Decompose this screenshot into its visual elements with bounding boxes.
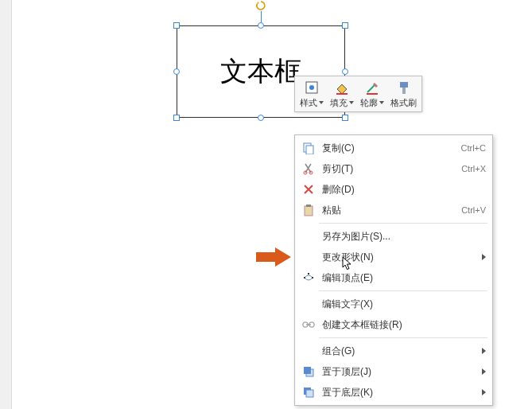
format-painter-icon (396, 80, 412, 95)
fill-button[interactable]: 填充 (327, 78, 357, 110)
menu-shortcut: Ctrl+C (461, 143, 486, 153)
resize-handle-br[interactable] (342, 115, 348, 121)
resize-handle-r[interactable] (342, 68, 348, 75)
cut-icon (300, 161, 317, 177)
mouse-cursor (342, 256, 352, 271)
svg-rect-7 (306, 146, 313, 154)
pointer-arrow (256, 247, 291, 267)
style-button[interactable]: 样式 (297, 78, 327, 110)
svg-rect-12 (304, 277, 305, 279)
blank-icon (300, 343, 317, 359)
context-menu: 复制(C) Ctrl+C 剪切(T) Ctrl+X 删除(D) 粘贴 Ctrl+… (294, 134, 493, 406)
submenu-arrow-icon (482, 254, 486, 260)
menu-create-link[interactable]: 创建文本框链接(R) (295, 314, 492, 335)
blank-icon (300, 228, 317, 244)
rotate-handle[interactable] (255, 0, 266, 11)
menu-change-shape[interactable]: 更改形状(N) (295, 247, 492, 267)
svg-rect-5 (402, 88, 406, 94)
menu-separator (319, 290, 487, 291)
menu-label: 编辑顶点(E) (322, 271, 486, 285)
edit-points-icon (300, 270, 317, 286)
outline-icon (364, 80, 380, 95)
outline-label: 轮廓 (360, 97, 378, 108)
page-margin (0, 0, 12, 409)
resize-handle-tr[interactable] (342, 22, 348, 29)
menu-send-back[interactable]: 置于底层(K) (295, 382, 492, 403)
dropdown-icon (379, 101, 384, 104)
resize-handle-tl[interactable] (173, 22, 180, 29)
menu-label: 组合(G) (322, 345, 479, 358)
blank-icon (300, 296, 317, 312)
blank-icon (300, 249, 317, 265)
menu-separator (319, 337, 487, 338)
svg-point-1 (309, 85, 314, 90)
menu-label: 复制(C) (322, 142, 461, 155)
style-icon (304, 80, 320, 95)
resize-handle-b[interactable] (258, 115, 264, 121)
svg-rect-11 (306, 204, 311, 207)
svg-rect-10 (305, 206, 313, 216)
dropdown-icon (319, 101, 324, 104)
resize-handle-l[interactable] (173, 68, 180, 75)
menu-separator (319, 223, 487, 224)
format-label: 格式刷 (390, 97, 417, 108)
mini-toolbar: 样式 填充 轮廓 格式刷 (294, 76, 422, 112)
menu-label: 置于顶层(J) (322, 365, 479, 379)
menu-group[interactable]: 组合(G) (295, 341, 492, 361)
fill-label: 填充 (330, 97, 348, 108)
delete-icon (300, 181, 317, 197)
menu-label: 另存为图片(S)... (322, 230, 486, 243)
bring-front-icon (300, 364, 317, 380)
menu-cut[interactable]: 剪切(T) Ctrl+X (295, 158, 492, 179)
resize-handle-t[interactable] (258, 22, 264, 29)
menu-paste[interactable]: 粘贴 Ctrl+V (295, 200, 492, 220)
style-label: 样式 (300, 97, 317, 108)
menu-copy[interactable]: 复制(C) Ctrl+C (295, 138, 492, 158)
copy-icon (300, 140, 317, 156)
svg-rect-19 (304, 367, 311, 374)
menu-label: 粘贴 (322, 204, 461, 217)
svg-rect-13 (312, 277, 313, 279)
paste-icon (300, 202, 317, 218)
submenu-arrow-icon (482, 389, 486, 395)
menu-edit-points[interactable]: 编辑顶点(E) (295, 267, 492, 288)
rotate-stem (261, 10, 262, 22)
menu-label: 编辑文字(X) (322, 298, 486, 311)
textbox-text: 文本框 (220, 53, 301, 90)
menu-label: 创建文本框链接(R) (322, 318, 486, 332)
submenu-arrow-icon (482, 368, 486, 375)
svg-rect-14 (308, 273, 309, 275)
svg-rect-3 (367, 93, 378, 95)
fill-icon (334, 80, 350, 95)
menu-label: 置于底层(K) (322, 386, 479, 399)
menu-label: 删除(D) (322, 183, 486, 197)
menu-edit-text[interactable]: 编辑文字(X) (295, 294, 492, 314)
svg-rect-2 (336, 93, 348, 95)
menu-shortcut: Ctrl+X (461, 164, 486, 173)
send-back-icon (300, 384, 317, 400)
menu-save-as-picture[interactable]: 另存为图片(S)... (295, 226, 492, 247)
format-painter-button[interactable]: 格式刷 (387, 78, 420, 110)
dropdown-icon (349, 101, 354, 104)
resize-handle-bl[interactable] (173, 115, 180, 121)
link-icon (300, 317, 317, 333)
svg-rect-4 (400, 82, 408, 88)
menu-bring-front[interactable]: 置于顶层(J) (295, 361, 492, 382)
outline-button[interactable]: 轮廓 (357, 78, 387, 110)
menu-delete[interactable]: 删除(D) (295, 179, 492, 200)
svg-rect-21 (306, 390, 313, 397)
menu-label: 剪切(T) (322, 162, 461, 176)
menu-shortcut: Ctrl+V (461, 205, 486, 215)
submenu-arrow-icon (482, 348, 486, 354)
